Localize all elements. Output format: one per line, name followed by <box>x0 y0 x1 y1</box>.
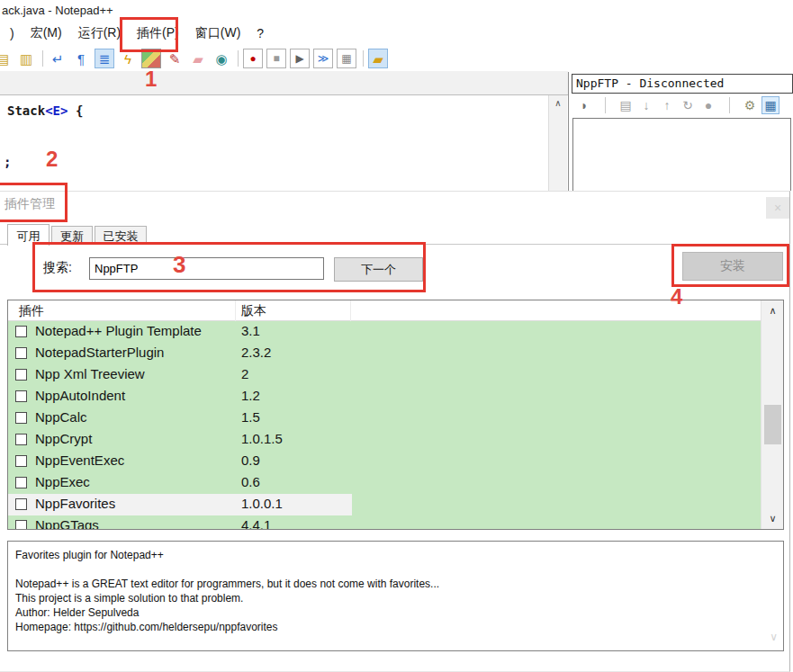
menu-item-window[interactable]: 窗口(W) <box>187 23 249 43</box>
show-all-characters-icon[interactable]: ¶ <box>71 49 91 68</box>
plugin-name: Notepad++ Plugin Template <box>35 323 202 338</box>
nppftp-icon[interactable] <box>720 96 738 114</box>
document-map-icon[interactable] <box>141 49 161 68</box>
main-toolbar: ▤ ▥ ↵ ¶ ≣ ϟ ✎ ▰ ◉ ● ■ ▶ ≫ <box>0 46 392 71</box>
upload-icon[interactable]: ↑ <box>658 96 676 114</box>
window-title: ack.java - Notepad++ <box>2 4 113 17</box>
close-icon[interactable]: × <box>766 197 789 219</box>
nppftp-panel-title: NppFTP - Disconnected <box>572 74 793 94</box>
table-row[interactable]: NppExec 0.6 <box>8 472 783 494</box>
plugin-checkbox[interactable] <box>15 412 27 424</box>
table-row[interactable]: NppCalc 1.5 <box>8 408 783 429</box>
description-line: Author: Helder Sepulveda <box>15 605 756 620</box>
editor-pane[interactable]: Stack<E> { ; <box>0 94 568 191</box>
tab-installed[interactable]: 已安装 <box>95 226 147 245</box>
plugin-list-header: 插件 版本 <box>8 300 783 321</box>
plugin-name: NppCrypt <box>35 431 92 446</box>
toolbar-icon[interactable] <box>40 49 46 68</box>
plugin-version: 0.6 <box>241 474 260 489</box>
plugin-checkbox[interactable] <box>15 326 27 337</box>
plugin-version: 2 <box>241 366 248 381</box>
toolbar-icon[interactable] <box>235 49 241 68</box>
nppftp-icon[interactable] <box>596 96 614 114</box>
indent-guide-icon[interactable]: ≣ <box>95 49 114 68</box>
print-icon[interactable]: ▤ <box>0 49 13 68</box>
refresh-icon[interactable]: ↻ <box>679 96 697 114</box>
plugin-list-scrollbar[interactable]: ∧ ∨ <box>761 300 783 529</box>
settings-gear-icon[interactable]: ⚙ <box>741 96 759 114</box>
plugin-list: 插件 版本 Notepad++ Plugin Template 3.1 Note <box>7 300 784 530</box>
word-wrap-icon[interactable]: ↵ <box>48 49 68 68</box>
servers-icon[interactable]: ▤ <box>617 96 635 114</box>
menu-bar: ) 宏(M) 运行(R) 插件(P) 窗口(W) ? <box>2 23 272 43</box>
panel-divider <box>568 72 569 191</box>
scroll-up-icon[interactable]: ∧ <box>549 98 567 108</box>
define-language-icon[interactable]: ϟ <box>118 49 138 68</box>
table-row[interactable]: NppFavorites 1.0.0.1 <box>8 494 783 515</box>
plugin-checkbox[interactable] <box>15 498 27 510</box>
search-input[interactable] <box>89 257 324 280</box>
plugin-name: NppCalc <box>35 409 87 425</box>
notepad-plus-plus-window: ack.java - Notepad++ ) 宏(M) 运行(R) 插件(P) … <box>0 0 793 672</box>
table-row[interactable]: NotepadStarterPlugin 2.3.2 <box>8 343 783 364</box>
doc-switcher-icon[interactable]: ▥ <box>16 49 36 68</box>
description-line: Favorites plugin for Notepad++ <box>15 548 756 562</box>
table-row[interactable]: NppAutoIndent 1.2 <box>8 386 783 408</box>
menu-item-help[interactable]: ? <box>248 24 272 42</box>
plugin-version: 4.4.1 <box>241 517 271 530</box>
macro-stop-icon[interactable]: ■ <box>266 49 286 68</box>
install-button[interactable]: 安装 <box>682 252 783 281</box>
scrollbar-thumb[interactable] <box>764 405 781 444</box>
macro-playback-icon[interactable]: ≫ <box>313 49 333 68</box>
table-row[interactable]: NppCrypt 1.0.1.5 <box>8 429 783 451</box>
toolbar-icon[interactable] <box>360 49 366 68</box>
connect-icon[interactable]: ◗ <box>575 96 593 114</box>
tab-updates[interactable]: 更新 <box>51 226 93 245</box>
scroll-down-icon[interactable]: ∨ <box>761 508 784 529</box>
plugin-checkbox[interactable] <box>15 477 27 488</box>
folder-as-workspace-icon[interactable]: ▰ <box>188 49 208 68</box>
messages-panel-icon[interactable]: ▦ <box>761 96 779 114</box>
abort-icon[interactable]: ● <box>699 96 717 114</box>
plugin-checkbox[interactable] <box>15 347 27 359</box>
macro-play-icon[interactable]: ▶ <box>290 49 310 68</box>
plugin-rows: Notepad++ Plugin Template 3.1 NotepadSta… <box>8 321 783 530</box>
code-line-1: Stack<E> { <box>7 103 83 118</box>
scroll-up-icon[interactable]: ∧ <box>761 300 784 321</box>
dialog-title: 插件管理 <box>5 196 55 212</box>
document-tab-strip <box>0 71 568 94</box>
plugin-checkbox[interactable] <box>15 369 27 381</box>
plugin-checkbox[interactable] <box>15 390 27 402</box>
menu-item-partial[interactable]: ) <box>2 24 23 42</box>
plugin-name: Npp Xml Treeview <box>35 366 145 381</box>
monitoring-eye-icon[interactable]: ◉ <box>212 49 231 68</box>
plugin-checkbox[interactable] <box>15 520 27 530</box>
folder-link-icon[interactable]: ▰ <box>368 49 388 68</box>
menu-item-macro[interactable]: 宏(M) <box>23 23 70 43</box>
plugin-checkbox[interactable] <box>15 434 27 445</box>
table-row[interactable]: NppEventExec 0.9 <box>8 451 783 472</box>
menu-item-plugins[interactable]: 插件(P) <box>129 23 187 43</box>
plugin-version: 0.9 <box>241 452 260 468</box>
column-header-version[interactable]: 版本 <box>241 303 266 319</box>
plugin-name: NppEventExec <box>35 452 124 468</box>
menu-item-run[interactable]: 运行(R) <box>70 23 129 43</box>
plugin-name: NppExec <box>35 474 90 489</box>
table-row[interactable]: Notepad++ Plugin Template 3.1 <box>8 321 783 343</box>
plugin-version: 3.1 <box>241 323 260 338</box>
download-icon[interactable]: ↓ <box>637 96 655 114</box>
editor-vertical-scrollbar[interactable]: ∧ <box>548 95 567 191</box>
plugin-name: NotepadStarterPlugin <box>35 345 164 360</box>
plugin-checkbox[interactable] <box>15 455 27 467</box>
macro-record-icon[interactable]: ● <box>243 49 263 68</box>
nppftp-file-area[interactable] <box>572 118 791 191</box>
table-row[interactable]: NppGTags 4.4.1 <box>8 515 783 530</box>
plugin-description-box: ∨ Favorites plugin for Notepad++ Notepad… <box>7 541 784 651</box>
function-list-icon[interactable]: ✎ <box>165 49 185 68</box>
macro-save-icon[interactable]: ▦ <box>337 49 356 68</box>
table-row[interactable]: Npp Xml Treeview 2 <box>8 364 783 386</box>
next-button[interactable]: 下一个 <box>334 257 423 282</box>
plugin-version: 2.3.2 <box>241 345 271 360</box>
tab-available[interactable]: 可用 <box>7 224 50 246</box>
column-header-plugin[interactable]: 插件 <box>19 303 44 319</box>
